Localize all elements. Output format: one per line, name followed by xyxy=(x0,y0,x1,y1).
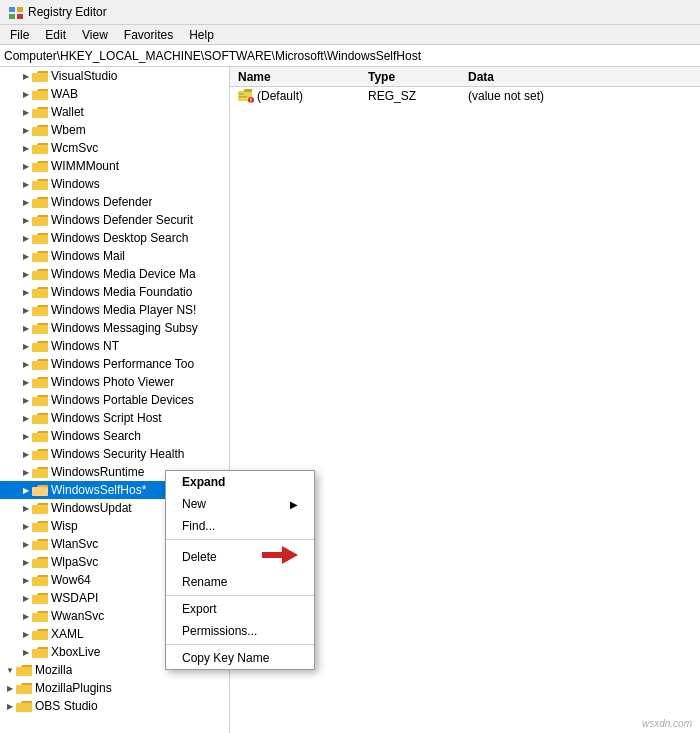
tree-item-windows-media-device[interactable]: ▶ Windows Media Device Ma xyxy=(0,265,229,283)
context-menu-expand[interactable]: Expand xyxy=(166,471,314,493)
tree-label-wlpasvc: WlpaSvc xyxy=(51,555,98,569)
tree-item-wallet[interactable]: ▶ Wallet xyxy=(0,103,229,121)
svg-marker-38 xyxy=(32,377,48,379)
menu-help[interactable]: Help xyxy=(183,26,220,44)
context-menu-find[interactable]: Find... xyxy=(166,515,314,537)
svg-rect-23 xyxy=(32,235,48,244)
tree-arrow-mozilla: ▼ xyxy=(4,664,16,676)
title-bar: Registry Editor xyxy=(0,0,700,25)
menu-edit[interactable]: Edit xyxy=(39,26,72,44)
tree-item-windows-media-foundation[interactable]: ▶ Windows Media Foundatio xyxy=(0,283,229,301)
tree-label-wcmsvc: WcmSvc xyxy=(51,141,98,155)
folder-icon-windows-script-host xyxy=(32,411,48,425)
tree-item-visualstudio[interactable]: ▶ VisualStudio xyxy=(0,67,229,85)
tree-item-windows-portable-devices[interactable]: ▶ Windows Portable Devices xyxy=(0,391,229,409)
menu-favorites[interactable]: Favorites xyxy=(118,26,179,44)
context-menu: ExpandNew▶Find...Delete RenameExportPerm… xyxy=(165,470,315,670)
tree-item-windows-nt[interactable]: ▶ Windows NT xyxy=(0,337,229,355)
svg-rect-21 xyxy=(32,217,48,226)
tree-label-wsdapi: WSDAPI xyxy=(51,591,98,605)
context-menu-delete[interactable]: Delete xyxy=(166,542,314,571)
tree-arrow-mozillaplugins: ▶ xyxy=(4,682,16,694)
tree-item-wcmsvc[interactable]: ▶ WcmSvc xyxy=(0,139,229,157)
menu-file[interactable]: File xyxy=(4,26,35,44)
folder-icon-wlansvc xyxy=(32,537,48,551)
tree-item-windows-script-host[interactable]: ▶ Windows Script Host xyxy=(0,409,229,427)
tree-item-windows-desktop-search[interactable]: ▶ Windows Desktop Search xyxy=(0,229,229,247)
folder-icon-wcmsvc xyxy=(32,141,48,155)
tree-item-wab[interactable]: ▶ WAB xyxy=(0,85,229,103)
folder-icon-wisp xyxy=(32,519,48,533)
tree-label-windows-messaging-subsy: Windows Messaging Subsy xyxy=(51,321,198,335)
tree-item-windows-photo-viewer[interactable]: ▶ Windows Photo Viewer xyxy=(0,373,229,391)
tree-item-wimmount[interactable]: ▶ WIMMMount xyxy=(0,157,229,175)
svg-marker-14 xyxy=(32,161,48,163)
tree-item-wbem[interactable]: ▶ Wbem xyxy=(0,121,229,139)
context-menu-permissions[interactable]: Permissions... xyxy=(166,620,314,642)
registry-row-default[interactable]: ! (Default) REG_SZ (value not set) xyxy=(230,87,700,105)
svg-marker-82 xyxy=(262,546,298,564)
tree-label-windows-media-player-ns: Windows Media Player NS! xyxy=(51,303,196,317)
tree-item-windows-mail[interactable]: ▶ Windows Mail xyxy=(0,247,229,265)
submenu-arrow-new: ▶ xyxy=(290,499,298,510)
tree-arrow-wsdapi: ▶ xyxy=(20,592,32,604)
tree-arrow-windows-defender: ▶ xyxy=(20,196,32,208)
svg-rect-57 xyxy=(32,541,48,550)
folder-icon-windows-photo-viewer xyxy=(32,375,48,389)
tree-label-obs-studio: OBS Studio xyxy=(35,699,98,713)
svg-rect-79 xyxy=(239,96,247,98)
reg-default-name: (Default) xyxy=(257,89,303,103)
tree-arrow-wallet: ▶ xyxy=(20,106,32,118)
svg-rect-55 xyxy=(32,523,48,532)
tree-arrow-windowsupdat: ▶ xyxy=(20,502,32,514)
tree-item-windows-performance-too[interactable]: ▶ Windows Performance Too xyxy=(0,355,229,373)
folder-icon-windows-defender xyxy=(32,195,48,209)
folder-icon-windows-media-device xyxy=(32,267,48,281)
svg-marker-6 xyxy=(32,89,48,91)
svg-rect-51 xyxy=(32,487,48,496)
svg-marker-42 xyxy=(32,413,48,415)
folder-icon-windows-portable-devices xyxy=(32,393,48,407)
tree-item-obs-studio[interactable]: ▶ OBS Studio xyxy=(0,697,229,715)
tree-item-windows-media-player-ns[interactable]: ▶ Windows Media Player NS! xyxy=(0,301,229,319)
col-header-type: Type xyxy=(360,70,460,84)
context-label-export: Export xyxy=(182,602,217,616)
tree-arrow-wlpasvc: ▶ xyxy=(20,556,32,568)
tree-label-visualstudio: VisualStudio xyxy=(51,69,118,83)
tree-item-windows-search[interactable]: ▶ Windows Search xyxy=(0,427,229,445)
svg-rect-41 xyxy=(32,397,48,406)
svg-marker-66 xyxy=(32,629,48,631)
tree-arrow-windowsruntime: ▶ xyxy=(20,466,32,478)
context-menu-copy-key-name[interactable]: Copy Key Name xyxy=(166,647,314,669)
menu-view[interactable]: View xyxy=(76,26,114,44)
context-menu-rename[interactable]: Rename xyxy=(166,571,314,593)
tree-arrow-wow64: ▶ xyxy=(20,574,32,586)
tree-arrow-wisp: ▶ xyxy=(20,520,32,532)
svg-marker-32 xyxy=(32,323,48,325)
reg-default-icon: ! xyxy=(238,89,254,103)
context-menu-export[interactable]: Export xyxy=(166,598,314,620)
svg-marker-40 xyxy=(32,395,48,397)
svg-rect-9 xyxy=(32,109,48,118)
svg-marker-77 xyxy=(244,89,252,92)
folder-icon-wwavsvc xyxy=(32,609,48,623)
tree-arrow-wcmsvc: ▶ xyxy=(20,142,32,154)
tree-item-windows-defender[interactable]: ▶ Windows Defender xyxy=(0,193,229,211)
tree-item-mozillaplugins[interactable]: ▶ MozillaPlugins xyxy=(0,679,229,697)
context-label-rename: Rename xyxy=(182,575,227,589)
svg-marker-52 xyxy=(32,503,48,505)
tree-item-windows-defender-security[interactable]: ▶ Windows Defender Securit xyxy=(0,211,229,229)
tree-item-windows-security-health[interactable]: ▶ Windows Security Health xyxy=(0,445,229,463)
svg-rect-69 xyxy=(32,649,48,658)
svg-marker-56 xyxy=(32,539,48,541)
context-menu-new[interactable]: New▶ xyxy=(166,493,314,515)
svg-marker-22 xyxy=(32,233,48,235)
tree-arrow-xboxlive: ▶ xyxy=(20,646,32,658)
tree-item-windows[interactable]: ▶ Windows xyxy=(0,175,229,193)
divider-after-rename xyxy=(166,595,314,596)
tree-item-windows-messaging-subsy[interactable]: ▶ Windows Messaging Subsy xyxy=(0,319,229,337)
folder-icon-wsdapi xyxy=(32,591,48,605)
folder-icon-windows-nt xyxy=(32,339,48,353)
tree-arrow-windows-performance-too: ▶ xyxy=(20,358,32,370)
tree-arrow-windows-media-foundation: ▶ xyxy=(20,286,32,298)
